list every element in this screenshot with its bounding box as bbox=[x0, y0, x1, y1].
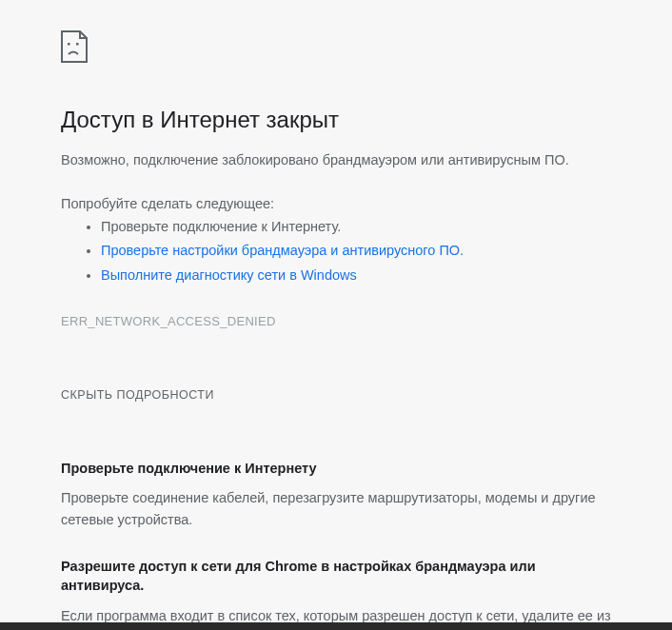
suggestion-text: Проверьте подключение к Интернету. bbox=[101, 219, 341, 234]
svg-rect-1 bbox=[76, 43, 79, 46]
bottom-bar bbox=[0, 622, 672, 630]
detail-section-title: Разрешите доступ к сети для Chrome в нас… bbox=[61, 557, 611, 596]
svg-rect-0 bbox=[68, 43, 70, 46]
error-page: Доступ в Интернет закрыт Возможно, подкл… bbox=[0, 0, 672, 630]
list-item: Проверьте подключение к Интернету. bbox=[101, 215, 611, 239]
list-item: Проверьте настройки брандмауэра и антиви… bbox=[101, 239, 611, 263]
error-code: ERR_NETWORK_ACCESS_DENIED bbox=[61, 314, 611, 328]
try-label: Попробуйте сделать следующее: bbox=[61, 196, 611, 211]
firewall-settings-link[interactable]: Проверьте настройки брандмауэра и антиви… bbox=[101, 243, 464, 258]
list-item: Выполните диагностику сети в Windows bbox=[101, 264, 611, 287]
toggle-details-button[interactable]: СКРЫТЬ ПОДРОБНОСТИ bbox=[61, 388, 214, 402]
detail-section: Проверьте подключение к Интернету Провер… bbox=[61, 459, 611, 530]
suggestion-list: Проверьте подключение к Интернету. Прове… bbox=[61, 215, 611, 287]
sad-page-icon bbox=[61, 30, 611, 67]
error-title: Доступ в Интернет закрыт bbox=[61, 107, 611, 133]
detail-section: Разрешите доступ к сети для Chrome в нас… bbox=[61, 557, 611, 630]
error-subtitle: Возможно, подключение заблокировано бран… bbox=[61, 150, 611, 171]
network-diagnostics-link[interactable]: Выполните диагностику сети в Windows bbox=[101, 267, 357, 283]
detail-section-body: Проверьте соединение кабелей, перезагруз… bbox=[61, 487, 611, 530]
detail-section-title: Проверьте подключение к Интернету bbox=[61, 459, 611, 478]
